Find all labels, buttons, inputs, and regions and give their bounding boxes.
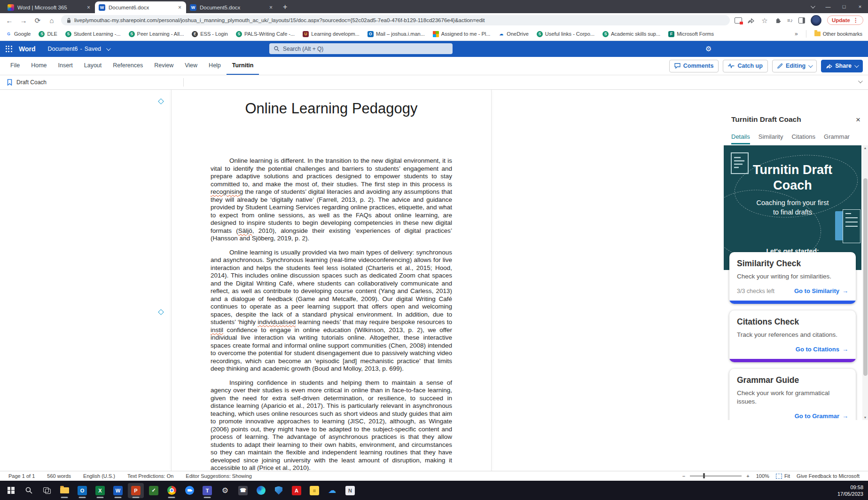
ribbon-tab-review[interactable]: Review: [149, 57, 179, 75]
file-explorer-icon[interactable]: [56, 483, 72, 498]
document-name[interactable]: Document6 - Saved: [48, 46, 110, 52]
zoom-in-button[interactable]: +: [746, 473, 749, 479]
word-icon[interactable]: W: [110, 483, 126, 498]
share-button[interactable]: Share: [821, 60, 863, 72]
ribbon-tab-view[interactable]: View: [179, 57, 203, 75]
chrome-icon[interactable]: [164, 483, 180, 498]
extensions-icon[interactable]: [775, 17, 782, 24]
maximize-button[interactable]: □: [836, 0, 852, 13]
status-item[interactable]: Text Predictions: On: [127, 473, 173, 479]
similarity-check-card[interactable]: Similarity Check Check your writing for …: [729, 252, 856, 304]
profile-avatar[interactable]: [811, 15, 821, 26]
tab-close-icon[interactable]: ×: [86, 4, 91, 11]
excel-icon[interactable]: X: [92, 483, 108, 498]
catch-up-button[interactable]: Catch up: [723, 60, 767, 72]
reload-icon[interactable]: ⟳: [33, 17, 42, 24]
citations-check-card[interactable]: Citations Check Track your references an…: [729, 310, 856, 362]
paragraph-marker-icon[interactable]: [158, 98, 164, 104]
browser-tab[interactable]: WDocument5.docx×: [186, 1, 277, 13]
side-panel-icon[interactable]: [798, 17, 805, 24]
status-item[interactable]: Editor Suggestions: Showing: [186, 473, 252, 479]
sticky-notes-icon[interactable]: ≡: [306, 483, 322, 498]
browser-tab[interactable]: Word | Microsoft 365×: [4, 1, 95, 13]
bookmark-item[interactable]: SStudent Learning -...: [65, 31, 121, 37]
tab-close-icon[interactable]: ×: [268, 4, 274, 11]
search-input[interactable]: Search (Alt + Q): [269, 43, 453, 54]
editing-mode-button[interactable]: Editing: [772, 60, 817, 72]
document-body[interactable]: Online learning is different. In the tra…: [172, 157, 491, 471]
browser-menu-icon[interactable]: ⋮: [853, 17, 859, 24]
edge-icon[interactable]: [253, 483, 269, 498]
app-launcher-icon[interactable]: [6, 46, 12, 52]
ribbon-tab-layout[interactable]: Layout: [78, 57, 108, 75]
document-paragraph[interactable]: Inspiring confidence in students and hel…: [211, 379, 452, 471]
defender-shield-icon[interactable]: [271, 483, 287, 498]
share-icon[interactable]: [748, 17, 754, 24]
ribbon-tab-help[interactable]: Help: [203, 57, 227, 75]
collapse-ribbon-icon[interactable]: [858, 79, 863, 83]
acrobat-icon[interactable]: A: [289, 483, 305, 498]
scroll-up-icon[interactable]: ▲: [862, 146, 868, 150]
close-button[interactable]: ×: [852, 0, 868, 13]
status-item[interactable]: Page 1 of 1: [8, 473, 35, 479]
bookmark-item[interactable]: SPALS-Writing Cafe -...: [236, 31, 295, 37]
phone-link-icon[interactable]: ☎: [235, 483, 251, 498]
bookmark-item[interactable]: FMicrosoft Forms: [668, 31, 714, 37]
bookmark-item[interactable]: Assigned to me - Pl...: [433, 31, 491, 37]
document-title[interactable]: Online Learning Pedagogy: [172, 100, 491, 117]
teams-icon[interactable]: T: [199, 483, 215, 498]
close-panel-icon[interactable]: ×: [856, 116, 860, 124]
bookmark-item[interactable]: SUseful links - Corpo...: [537, 31, 594, 37]
powerpoint-icon[interactable]: P: [128, 483, 144, 498]
scrollbar-thumb[interactable]: [863, 178, 868, 376]
start-button[interactable]: [3, 483, 19, 498]
status-item[interactable]: English (U.S.): [83, 473, 115, 479]
bookmark-star-icon[interactable]: ☆: [760, 17, 769, 24]
bookmark-item[interactable]: SPeer Learning - All...: [129, 31, 184, 37]
minimize-button[interactable]: —: [820, 0, 836, 13]
zoom-icon[interactable]: [181, 483, 197, 498]
browser-tab[interactable]: WDocument6.docx×: [95, 1, 186, 13]
panel-tab-citations[interactable]: Citations: [791, 133, 815, 144]
grammar-guide-card[interactable]: Grammar Guide Check your work for gramma…: [729, 369, 856, 420]
zoom-slider[interactable]: − +: [682, 473, 750, 479]
bookmarks-overflow-icon[interactable]: »: [795, 31, 798, 37]
address-bar[interactable]: liveplymouthac-my.sharepoint.com/persona…: [61, 15, 730, 25]
task-view-icon[interactable]: [39, 483, 55, 498]
bookmark-item[interactable]: ULearning developm...: [303, 31, 360, 37]
go-to-similarity-link[interactable]: Go to Similarity→: [794, 287, 848, 294]
bookmark-item[interactable]: OMail – joshua.i.man...: [368, 31, 425, 37]
bookmark-item[interactable]: GGoogle: [6, 31, 31, 37]
media-controls-icon[interactable]: ≡♪: [787, 17, 793, 23]
scroll-down-icon[interactable]: ▼: [862, 416, 868, 419]
other-bookmarks[interactable]: Other bookmarks: [814, 31, 862, 37]
go-to-grammar-link[interactable]: Go to Grammar→: [795, 413, 848, 420]
settings-gear-icon[interactable]: ⚙: [705, 41, 712, 57]
ribbon-tab-file[interactable]: File: [5, 57, 25, 75]
document-paragraph[interactable]: Online learning is different. In the tra…: [211, 157, 452, 243]
bookmark-item[interactable]: SAcademic skills sup...: [602, 31, 660, 37]
zoom-out-button[interactable]: −: [682, 473, 685, 479]
ribbon-tab-references[interactable]: References: [107, 57, 149, 75]
go-to-citations-link[interactable]: Go to Citations→: [796, 346, 848, 353]
zoom-track[interactable]: [690, 476, 742, 476]
zoom-thumb[interactable]: [703, 473, 705, 478]
notepad-icon[interactable]: N: [342, 483, 358, 498]
outlook-icon[interactable]: O: [74, 483, 90, 498]
feedback-link[interactable]: Give Feedback to Microsoft: [797, 473, 860, 479]
ribbon-tab-insert[interactable]: Insert: [53, 57, 78, 75]
draft-coach-button[interactable]: Draft Coach: [16, 79, 47, 86]
document-paragraph[interactable]: Online learning is usually provided via …: [211, 249, 452, 373]
home-icon[interactable]: ⌂: [47, 17, 56, 24]
bookmark-item[interactable]: EESS - Login: [192, 31, 228, 37]
panel-scrollbar[interactable]: ▲ ▼: [862, 145, 868, 420]
taskbar-clock[interactable]: 09:58 17/05/2023: [837, 484, 863, 497]
fit-button[interactable]: Fit: [776, 473, 790, 479]
update-button[interactable]: Update ⋮: [827, 16, 863, 25]
tab-capture-icon[interactable]: [735, 17, 742, 24]
planner-icon[interactable]: ✓: [146, 483, 162, 498]
bookmark-item[interactable]: ☁OneDrive: [498, 31, 528, 37]
paragraph-marker-icon[interactable]: [158, 309, 164, 315]
onedrive-icon[interactable]: ☁: [324, 483, 340, 498]
search-icon[interactable]: [21, 483, 37, 498]
